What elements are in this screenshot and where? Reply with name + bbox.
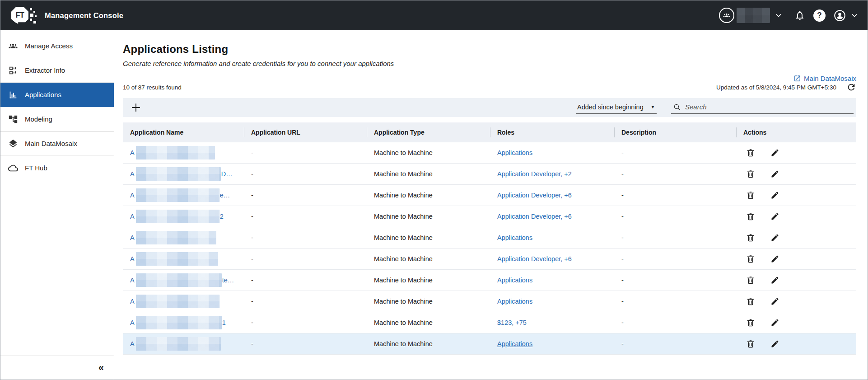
roles-link[interactable]: Applications [497,298,532,305]
refresh-button[interactable] [846,82,856,92]
plus-icon [130,102,142,113]
application-name-link[interactable]: A D… [130,167,233,181]
account-icon[interactable] [834,9,846,22]
roles-link[interactable]: Application Developer, +6 [497,192,572,199]
extractor-icon [8,66,18,75]
roles-link[interactable]: Applications [497,277,532,284]
trash-icon [746,297,755,306]
trash-icon [746,191,755,200]
redacted-application-name [136,273,222,287]
sidebar-item-extractor-info[interactable]: Extractor Info [0,58,114,83]
roles-cell: $123, +75 [490,319,614,326]
help-icon[interactable]: ? [813,9,826,22]
edit-button[interactable] [770,148,779,157]
sidebar-item-label: Extractor Info [25,66,65,74]
edit-button[interactable] [770,191,779,200]
description-cell: - [614,234,736,241]
delete-button[interactable] [746,318,755,327]
application-name-cell: A [123,252,244,266]
sidebar-item-applications[interactable]: Applications [0,83,114,107]
sidebar-item-modeling[interactable]: Modeling [0,107,114,131]
edit-button[interactable] [770,318,779,327]
roles-link[interactable]: Applications [497,340,532,347]
tree-icon [8,114,18,124]
edit-button[interactable] [770,276,779,285]
column-header-actions: Actions [736,122,856,142]
search-box [671,102,854,114]
sidebar-item-main-datamosaix[interactable]: Main DataMosaix [0,131,114,156]
actions-cell [736,148,856,157]
notifications-icon[interactable] [794,10,805,21]
application-url-cell: - [244,298,367,305]
application-name-link[interactable]: A 1 [130,316,226,329]
application-name-link[interactable]: A [130,337,221,351]
filter-selected-value: Added since beginning [577,103,644,111]
page-title: Applications Listing [123,43,856,56]
application-name-link[interactable]: A [130,146,215,160]
table-body: A - Machine to Machine Applications - A … [123,142,856,355]
actions-cell [736,254,856,263]
edit-button[interactable] [770,212,779,221]
external-link-icon [793,75,801,82]
trash-icon [746,276,755,285]
collapse-sidebar-button[interactable]: « [98,363,104,373]
application-name-cell: A [123,295,244,308]
edit-button[interactable] [770,339,779,348]
results-count: 10 of 87 results found [123,84,182,91]
delete-button[interactable] [746,276,755,285]
page-subtitle: Generate reference information and creat… [123,60,856,67]
redacted-application-name [136,146,215,160]
roles-link[interactable]: Applications [497,149,532,156]
delete-button[interactable] [746,233,755,242]
application-name-link[interactable]: A e… [130,188,230,202]
layers-icon [8,139,18,149]
roles-link[interactable]: Application Developer, +6 [497,255,572,263]
search-input[interactable] [685,103,853,111]
edit-button[interactable] [770,169,779,178]
added-since-filter-select[interactable]: Added since beginning ▼ [576,102,657,114]
application-name-link[interactable]: A [130,252,219,266]
description-cell: - [614,319,736,326]
application-name-link[interactable]: A 2 [130,210,224,223]
application-name-link[interactable]: A [130,295,220,308]
roles-cell: Applications [490,149,614,156]
application-name-link[interactable]: A te… [130,273,234,287]
application-name-link[interactable]: A [130,231,217,244]
roles-link[interactable]: $123, +75 [497,319,527,326]
account-chevron-down-icon[interactable] [850,11,859,19]
redacted-application-name [136,210,219,223]
sidebar-item-manage-access[interactable]: Manage Access [0,34,114,58]
edit-button[interactable] [770,254,779,263]
table-row: A - Machine to Machine Applications - [123,333,856,355]
trash-icon [746,233,755,242]
delete-button[interactable] [746,169,755,178]
application-name-cell: A e… [123,188,244,202]
edit-button[interactable] [770,233,779,242]
delete-button[interactable] [746,254,755,263]
edit-button[interactable] [770,297,779,306]
application-type-cell: Machine to Machine [367,234,490,241]
delete-button[interactable] [746,339,755,348]
redacted-application-name [136,337,221,351]
roles-link[interactable]: Application Developer, +2 [497,170,572,178]
updated-timestamp: Updated as of 5/8/2024, 9:45 PM GMT+5:30 [716,84,836,91]
organization-icon[interactable] [719,8,734,23]
roles-cell: Applications [490,340,614,347]
org-chevron-down-icon[interactable] [775,11,783,19]
delete-button[interactable] [746,191,755,200]
add-application-button[interactable] [130,102,142,113]
application-url-cell: - [244,170,367,178]
roles-link[interactable]: Applications [497,234,532,241]
delete-button[interactable] [746,297,755,306]
sidebar-item-ft-hub[interactable]: FT Hub [0,156,114,180]
trash-icon [746,212,755,221]
roles-cell: Applications [490,277,614,284]
delete-button[interactable] [746,148,755,157]
application-name-cell: A [123,337,244,351]
roles-link[interactable]: Application Developer, +6 [497,213,572,220]
application-name-cell: A 2 [123,210,244,223]
main-datamosaix-link[interactable]: Main DataMosaix [793,75,856,82]
column-header-application-type: Application Type [367,122,490,142]
actions-cell [736,276,856,285]
delete-button[interactable] [746,212,755,221]
